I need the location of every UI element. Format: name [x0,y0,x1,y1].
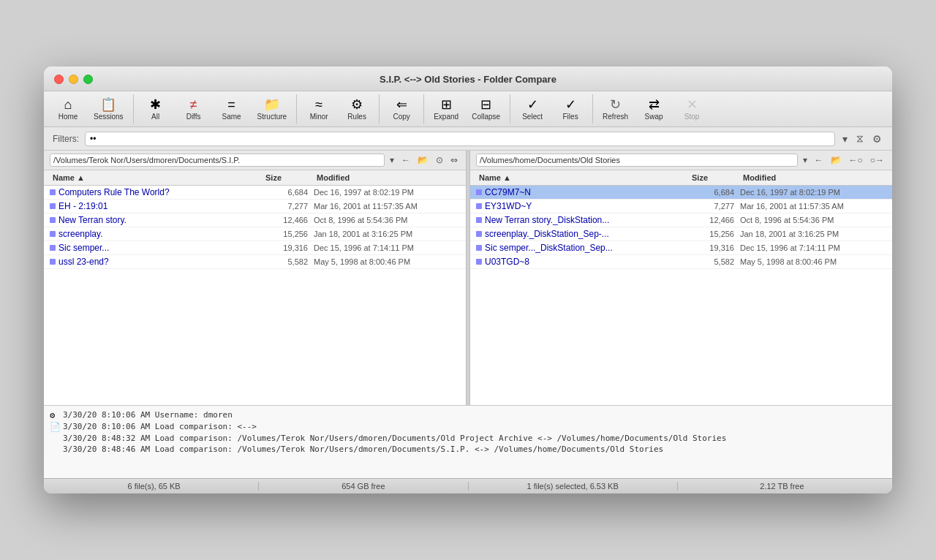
left-back-button[interactable]: ← [399,154,412,166]
file-modified: Oct 8, 1996 at 5:54:36 PM [314,216,460,224]
files-button[interactable]: ✓ Files [552,95,589,124]
file-marker [476,203,482,209]
files-icon: ✓ [565,98,576,111]
filter-label: Filters: [53,134,79,144]
diffs-button[interactable]: ≠ Diffs [176,95,212,124]
right-name-header[interactable]: Name ▲ [476,172,689,183]
left-sync-button[interactable]: ⇔ [448,154,460,166]
left-file-row[interactable]: Sic semper... 19,316 Dec 15, 1996 at 7:1… [44,241,466,255]
left-refresh-button[interactable]: ⊙ [434,154,445,166]
swap-icon: ⇄ [649,98,660,111]
maximize-button[interactable] [83,75,93,84]
right-back-button[interactable]: ← [812,154,826,166]
left-name-header[interactable]: Name ▲ [50,172,263,183]
log-icon: 📄 [50,422,63,432]
file-modified: Mar 16, 2001 at 11:57:35 AM [314,202,460,211]
log-text: 3/30/20 8:10:06 AM Load comparison: <--> [63,422,257,431]
home-button[interactable]: ⌂ Home [50,95,86,124]
toolbar-sep-2 [296,94,297,124]
log-text: 3/30/20 8:48:32 AM Load comparison: /Vol… [63,434,726,443]
all-button[interactable]: ✱ All [137,95,174,124]
swap-button[interactable]: ⇄ Swap [635,95,672,124]
file-modified: Dec 15, 1996 at 7:14:11 PM [740,243,886,252]
filter-input[interactable] [85,132,835,146]
right-size-header[interactable]: Size [689,172,740,183]
left-modified-header[interactable]: Modified [314,172,460,183]
right-path-dropdown-button[interactable]: ▾ [801,154,809,166]
right-pane: ▾ ← 📂 ←○ ○→ Name ▲ Size Modified [470,151,892,405]
files-label: Files [563,113,578,121]
all-label: All [151,113,159,121]
file-name: CC79M7~N [485,187,689,197]
file-size: 19,316 [263,243,314,252]
file-size: 6,684 [689,188,740,197]
left-files-status: 6 file(s), 65 KB [50,482,259,491]
copy-icon: ⇐ [396,98,407,111]
file-marker [50,231,56,237]
right-left-button[interactable]: ←○ [847,154,865,166]
left-size-header[interactable]: Size [263,172,314,183]
log-panel: ⚙ 3/30/20 8:10:06 AM Username: dmoren 📄 … [44,405,892,478]
file-marker [50,203,56,209]
right-file-row[interactable]: New Terran story._DiskStation... 12,466 … [470,213,892,227]
file-modified: Dec 16, 1997 at 8:02:19 PM [314,188,460,197]
same-button[interactable]: = Same [214,95,250,124]
left-file-row[interactable]: New Terran story. 12,466 Oct 8, 1996 at … [44,213,466,227]
right-file-row[interactable]: U03TGD~8 5,582 May 5, 1998 at 8:00:46 PM [470,255,892,269]
filter-options-button[interactable]: ⚙ [871,132,883,146]
titlebar: S.I.P. <--> Old Stories - Folder Compare [44,67,892,91]
minimize-button[interactable] [69,75,78,84]
right-file-row[interactable]: Sic semper..._DiskStation_Sep... 19,316 … [470,241,892,255]
left-file-row[interactable]: EH - 2:19:01 7,277 Mar 16, 2001 at 11:57… [44,200,466,213]
file-modified: Mar 16, 2001 at 11:57:35 AM [740,202,886,211]
toolbar-sep-3 [379,94,380,124]
right-right-button[interactable]: ○→ [868,154,886,166]
left-path-dropdown-button[interactable]: ▾ [388,154,396,166]
refresh-button[interactable]: ↻ Refresh [597,95,634,124]
right-pane-header: ▾ ← 📂 ←○ ○→ [470,151,892,170]
right-path-input[interactable] [476,154,798,167]
file-marker [476,259,482,265]
close-button[interactable] [54,75,64,84]
selected-status: 1 file(s) selected, 6.53 KB [469,482,678,491]
sessions-button[interactable]: 📋 Sessions [88,95,129,124]
left-file-row[interactable]: screenplay. 15,256 Jan 18, 2001 at 3:16:… [44,227,466,241]
file-name: New Terran story._DiskStation... [485,215,689,225]
stop-label: Stop [684,113,700,121]
expand-label: Expand [434,113,458,121]
file-name: Computers Rule The World? [58,187,263,197]
file-marker [476,189,482,195]
toolbar: ⌂ Home 📋 Sessions ✱ All ≠ Diffs = Same 📁… [44,91,892,127]
expand-button[interactable]: ⊞ Expand [428,95,464,124]
left-file-row[interactable]: ussl 23-end? 5,582 May 5, 1998 at 8:00:4… [44,255,466,269]
left-file-row[interactable]: Computers Rule The World? 6,684 Dec 16, … [44,186,466,200]
filter-dropdown-button[interactable]: ▾ [841,132,849,146]
rules-button[interactable]: ⚙ Rules [339,95,375,124]
file-name: Sic semper..._DiskStation_Sep... [485,243,689,253]
toolbar-sep-5 [510,94,510,124]
rules-label: Rules [347,113,366,121]
right-folder-button[interactable]: 📂 [829,154,844,166]
stop-button[interactable]: ✕ Stop [673,95,710,124]
copy-label: Copy [393,113,410,121]
log-icon: ⚙ [50,410,63,420]
file-marker [50,189,56,195]
left-folder-button[interactable]: 📂 [415,154,431,166]
structure-button[interactable]: 📁 Structure [252,95,293,124]
left-path-input[interactable] [50,154,385,167]
right-modified-header[interactable]: Modified [740,172,886,183]
file-modified: Oct 8, 1996 at 5:54:36 PM [740,216,886,224]
log-row: ⚙ 3/30/20 8:10:06 AM Username: dmoren [50,410,886,420]
right-file-row[interactable]: EY31WD~Y 7,277 Mar 16, 2001 at 11:57:35 … [470,200,892,213]
collapse-button[interactable]: ⊟ Collapse [466,95,506,124]
file-name: screenplay._DiskStation_Sep-... [485,229,689,239]
copy-button[interactable]: ⇐ Copy [383,95,420,124]
right-file-row[interactable]: CC79M7~N 6,684 Dec 16, 1997 at 8:02:19 P… [470,186,892,200]
file-name: U03TGD~8 [485,257,689,267]
minor-button[interactable]: ≈ Minor [301,95,337,124]
stop-icon: ✕ [687,98,698,111]
select-button[interactable]: ✓ Select [514,95,551,124]
right-file-row[interactable]: screenplay._DiskStation_Sep-... 15,256 J… [470,227,892,241]
file-size: 12,466 [263,216,314,224]
filter-funnel-icon[interactable]: ⧖ [855,131,865,146]
